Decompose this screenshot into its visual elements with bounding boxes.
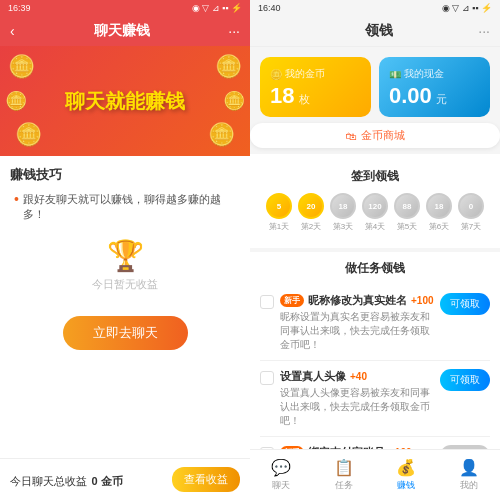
task-checkbox-1[interactable]: [260, 295, 274, 309]
task-item-3: 新手 绑定支付宝账号 +100 绑定完成后可将现金收入提现到支付宝，也可 去完成: [260, 437, 490, 449]
signin-day-num-5: 第5天: [397, 221, 417, 232]
signin-coin-1: 5: [266, 193, 292, 219]
task-section-title: 做任务领钱: [260, 260, 490, 277]
task-btn-1[interactable]: 可领取: [440, 293, 490, 315]
nav-item-task[interactable]: 📋 任务: [313, 454, 376, 496]
cash-icon-card: 💵: [389, 69, 401, 80]
left-status-icons: ◉ ▽ ⊿ ▪▪ ⚡: [192, 3, 242, 13]
bottom-nav: 💬 聊天 📋 任务 💰 赚钱 👤 我的: [250, 449, 500, 500]
view-income-button[interactable]: 查看收益: [172, 467, 240, 492]
coin-icon-bl: 🪙: [15, 122, 42, 148]
signin-day-5[interactable]: 88 第5天: [394, 193, 420, 232]
profile-nav-label: 我的: [460, 479, 478, 492]
left-status-bar: 16:39 ◉ ▽ ⊿ ▪▪ ⚡: [0, 0, 250, 16]
nav-item-profile[interactable]: 👤 我的: [438, 454, 501, 496]
signin-day-num-3: 第3天: [333, 221, 353, 232]
signin-day-1[interactable]: 5 第1天: [266, 193, 292, 232]
signin-day-num-1: 第1天: [269, 221, 289, 232]
signin-day-num-6: 第6天: [429, 221, 449, 232]
coins-value: 18: [270, 83, 294, 108]
signin-coin-3: 18: [330, 193, 356, 219]
right-time: 16:40: [258, 3, 281, 13]
cash-card: 💵 我的现金 0.00 元: [379, 57, 490, 117]
task-main-line-1: 新手 昵称修改为真实姓名 +100: [280, 293, 434, 308]
signin-day-3[interactable]: 18 第3天: [330, 193, 356, 232]
no-income-area: 🏆 今日暂无收益: [10, 224, 240, 306]
signin-day-7[interactable]: 0 第7天: [458, 193, 484, 232]
earn-tips-title: 赚钱技巧: [10, 166, 240, 184]
chat-nav-icon: 💬: [271, 458, 291, 477]
footer-value: 0 金币: [91, 475, 122, 487]
coins-value-row: 18 枚: [270, 85, 310, 107]
signin-day-num-2: 第2天: [301, 221, 321, 232]
task-name-2: 设置真人头像: [280, 369, 346, 384]
task-checkbox-2[interactable]: [260, 371, 274, 385]
no-income-text: 今日暂无收益: [92, 277, 158, 292]
left-title: 聊天赚钱: [94, 22, 150, 40]
no-income-icon: 🏆: [107, 238, 144, 273]
task-name-1: 昵称修改为真实姓名: [308, 293, 407, 308]
coin-shop-label: 金币商城: [361, 128, 405, 143]
left-time: 16:39: [8, 3, 31, 13]
signin-day-num-7: 第7天: [461, 221, 481, 232]
task-action-1: 可领取: [440, 293, 490, 315]
coin-icon-ml: 🪙: [5, 90, 27, 112]
task-main-line-2: 设置真人头像 +40: [280, 369, 434, 384]
signin-title: 签到领钱: [256, 162, 494, 189]
back-icon[interactable]: ‹: [10, 23, 15, 39]
coin-icon-tr: 🪙: [215, 54, 242, 80]
left-header: ‹ 聊天赚钱 ···: [0, 16, 250, 46]
signin-row: 5 第1天 20 第2天 18 第3天 120 第4天 88 第5天: [256, 189, 494, 240]
coin-icon-card: 🪙: [270, 69, 282, 80]
profile-nav-icon: 👤: [459, 458, 479, 477]
task-info-1: 新手 昵称修改为真实姓名 +100 昵称设置为真实名更容易被亲友和同事认出来哦，…: [280, 293, 434, 352]
task-reward-2: +40: [350, 371, 367, 382]
right-header: 领钱 ···: [250, 16, 500, 47]
task-section: 做任务领钱 新手 昵称修改为真实姓名 +100 昵称设置为真实名更容易被亲友和同…: [250, 252, 500, 449]
cash-unit: 元: [436, 93, 447, 105]
coins-unit: 枚: [299, 93, 310, 105]
nav-item-chat[interactable]: 💬 聊天: [250, 454, 313, 496]
task-item-2: 设置真人头像 +40 设置真人头像更容易被亲友和同事认出来哦，快去完成任务领取金…: [260, 361, 490, 437]
coin-shop-button[interactable]: 🛍 金币商城: [250, 123, 500, 148]
task-item-1: 新手 昵称修改为真实姓名 +100 昵称设置为真实名更容易被亲友和同事认出来哦，…: [260, 285, 490, 361]
right-status-icons: ◉ ▽ ⊿ ▪▪ ⚡: [442, 3, 492, 13]
coin-icon-br: 🪙: [208, 122, 235, 148]
signin-coin-7: 0: [458, 193, 484, 219]
task-action-2: 可领取: [440, 369, 490, 391]
cash-card-label: 💵 我的现金: [389, 67, 444, 81]
left-content: 赚钱技巧 跟好友聊天就可以赚钱，聊得越多赚的越多！ 🏆 今日暂无收益 立即去聊天: [0, 156, 250, 458]
chat-nav-label: 聊天: [272, 479, 290, 492]
signin-coin-4: 120: [362, 193, 388, 219]
hero-main-text: 聊天就能赚钱: [65, 89, 185, 113]
task-badge-1: 新手: [280, 294, 304, 307]
earn-tip-item: 跟好友聊天就可以赚钱，聊得越多赚的越多！: [14, 190, 240, 224]
task-btn-2[interactable]: 可领取: [440, 369, 490, 391]
task-reward-1: +100: [411, 295, 434, 306]
task-nav-label: 任务: [335, 479, 353, 492]
nav-item-earn[interactable]: 💰 赚钱: [375, 454, 438, 496]
right-content: 🪙 我的金币 18 枚 💵 我的现金 0.00 元: [250, 47, 500, 449]
top-cards: 🪙 我的金币 18 枚 💵 我的现金 0.00 元: [250, 47, 500, 123]
earn-nav-label: 赚钱: [397, 479, 415, 492]
earn-tips-list: 跟好友聊天就可以赚钱，聊得越多赚的越多！: [10, 190, 240, 224]
earn-nav-icon: 💰: [396, 458, 416, 477]
signin-day-4[interactable]: 120 第4天: [362, 193, 388, 232]
task-info-2: 设置真人头像 +40 设置真人头像更容易被亲友和同事认出来哦，快去完成任务领取金…: [280, 369, 434, 428]
go-chat-button[interactable]: 立即去聊天: [63, 316, 188, 350]
signin-day-6[interactable]: 18 第6天: [426, 193, 452, 232]
right-status-bar: 16:40 ◉ ▽ ⊿ ▪▪ ⚡: [250, 0, 500, 16]
more-icon-right[interactable]: ···: [478, 23, 490, 39]
task-desc-2: 设置真人头像更容易被亲友和同事认出来哦，快去完成任务领取金币吧！: [280, 386, 434, 428]
coins-card-label: 🪙 我的金币: [270, 67, 325, 81]
task-desc-1: 昵称设置为真实名更容易被亲友和同事认出来哦，快去完成任务领取金币吧！: [280, 310, 434, 352]
signin-section: 签到领钱 5 第1天 20 第2天 18 第3天 120 第4天: [250, 154, 500, 248]
hero-text-box: 聊天就能赚钱: [65, 89, 185, 113]
left-footer: 今日聊天总收益 0 金币 查看收益: [0, 458, 250, 500]
signin-coin-6: 18: [426, 193, 452, 219]
signin-day-2[interactable]: 20 第2天: [298, 193, 324, 232]
task-nav-icon: 📋: [334, 458, 354, 477]
signin-coin-2: 20: [298, 193, 324, 219]
coin-icon-mr: 🪙: [223, 90, 245, 112]
more-icon-left[interactable]: ···: [228, 23, 240, 39]
